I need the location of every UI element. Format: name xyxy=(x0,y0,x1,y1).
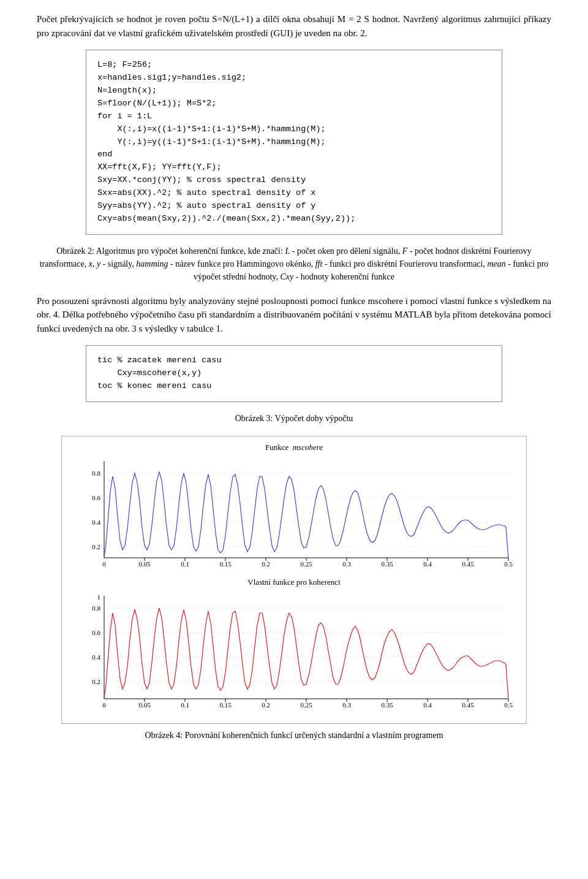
svg-text:0.5: 0.5 xyxy=(504,560,513,568)
svg-text:1: 1 xyxy=(97,593,101,601)
svg-text:0.35: 0.35 xyxy=(381,560,393,568)
svg-text:0.2: 0.2 xyxy=(92,678,100,685)
code-block-2: tic % zacatek mereni casu Cxy=mscohere(x… xyxy=(37,345,551,402)
svg-text:0.8: 0.8 xyxy=(92,604,100,612)
chart-1-signal xyxy=(104,472,508,558)
svg-text:0.35: 0.35 xyxy=(381,701,393,709)
svg-text:0.4: 0.4 xyxy=(92,519,100,526)
svg-text:0.4: 0.4 xyxy=(423,701,432,709)
svg-text:0.6: 0.6 xyxy=(92,629,100,636)
svg-text:0.4: 0.4 xyxy=(423,560,432,568)
svg-text:0.2: 0.2 xyxy=(262,560,270,568)
svg-text:0.1: 0.1 xyxy=(181,701,189,709)
caption-prefix-2: Obrázek 2: Algoritmus pro výpočet kohere… xyxy=(40,246,549,281)
svg-text:0.3: 0.3 xyxy=(342,560,351,568)
code-text-2: tic % zacatek mereni casu Cxy=mscohere(x… xyxy=(86,345,502,402)
svg-text:0: 0 xyxy=(102,560,106,568)
code-block-1: L=8; F=256; x=handles.sig1;y=handles.sig… xyxy=(37,50,551,235)
charts-container: Funkce mscohere 0.8 0.6 0.4 0.2 0 0.05 0… xyxy=(61,436,527,724)
paragraph-1: Počet překrývajících se hodnot je roven … xyxy=(37,12,551,40)
svg-text:0.45: 0.45 xyxy=(462,701,474,709)
svg-text:0.45: 0.45 xyxy=(462,560,474,568)
figure-4-caption: Obrázek 4: Porovnání koherenčních funkcí… xyxy=(37,729,551,742)
caption-text-3: Obrázek 3: Výpočet doby výpočtu xyxy=(235,414,353,423)
svg-text:0.6: 0.6 xyxy=(92,494,100,501)
svg-text:0.3: 0.3 xyxy=(342,701,351,709)
page-content: Počet překrývajících se hodnot je roven … xyxy=(37,12,551,742)
svg-text:0.1: 0.1 xyxy=(181,560,189,568)
chart-2-signal xyxy=(104,608,508,699)
svg-text:0.4: 0.4 xyxy=(92,653,100,661)
chart-1-svg: 0.8 0.6 0.4 0.2 0 0.05 0.1 0.15 0.2 0.25… xyxy=(74,455,514,577)
svg-text:0.2: 0.2 xyxy=(262,701,270,709)
code-text-1: L=8; F=256; x=handles.sig1;y=handles.sig… xyxy=(86,50,502,235)
figure-2-caption: Obrázek 2: Algoritmus pro výpočet kohere… xyxy=(37,245,551,283)
svg-text:0.05: 0.05 xyxy=(138,701,151,709)
chart-1-title: Funkce mscohere xyxy=(68,443,520,452)
svg-text:0.8: 0.8 xyxy=(92,470,100,477)
figure-3-caption: Obrázek 3: Výpočet doby výpočtu xyxy=(37,412,551,425)
svg-text:0.15: 0.15 xyxy=(219,560,232,568)
caption-text-4: Obrázek 4: Porovnání koherenčních funkcí… xyxy=(145,731,443,740)
svg-text:0.2: 0.2 xyxy=(92,543,100,550)
chart-2-svg: 1 0.8 0.6 0.4 0.2 0 0.05 0.1 0.15 0.2 0.… xyxy=(74,590,514,718)
svg-text:0.25: 0.25 xyxy=(300,701,312,709)
svg-text:0: 0 xyxy=(102,701,106,709)
svg-text:0.05: 0.05 xyxy=(138,560,151,568)
paragraph-3: Pro posouzení správnosti algoritmu byly … xyxy=(37,294,551,336)
svg-text:0.15: 0.15 xyxy=(219,701,232,709)
chart-1-title-italic: mscohere xyxy=(293,443,323,452)
chart-2-title: Vlastní funkce pro koherenci xyxy=(68,577,520,587)
svg-text:0.5: 0.5 xyxy=(504,701,513,709)
svg-text:0.25: 0.25 xyxy=(300,560,312,568)
